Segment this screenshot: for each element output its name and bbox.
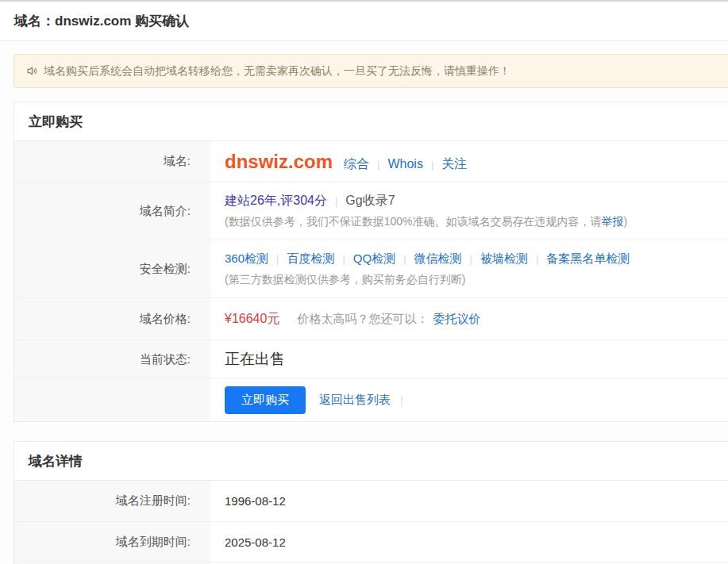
actions-row: 立即购买 返回出售列表 | — [14, 379, 728, 421]
registration-date-cell: 1996-08-12 — [210, 481, 728, 521]
intro-value-cell: 建站26年,评304分 | Gg收录7 (数据仅供参考，我们不保证数据100%准… — [210, 182, 728, 240]
buy-now-button[interactable]: 立即购买 — [225, 386, 306, 414]
report-link[interactable]: 举报 — [601, 215, 623, 229]
divider: | — [342, 253, 345, 265]
registration-date-value: 1996-08-12 — [225, 494, 728, 508]
divider: | — [431, 159, 433, 171]
security-link-5[interactable]: 备案黑名单检测 — [546, 251, 630, 267]
status-row: 当前状态: 正在出售 — [14, 340, 728, 379]
detail-panel-title: 域名详情 — [14, 442, 728, 481]
price-hint: 价格太高吗？您还可以： — [297, 312, 428, 327]
security-link-0[interactable]: 360检测 — [225, 251, 268, 267]
domain-row: 域名: dnswiz.com 综合|Whois|关注 — [14, 141, 728, 182]
security-link-2[interactable]: QQ检测 — [353, 251, 395, 267]
price-value: ¥16640元 — [225, 311, 279, 328]
divider: | — [403, 253, 406, 265]
security-note: (第三方数据检测仅供参考，购买前务必自行判断) — [225, 273, 465, 287]
divider: | — [276, 253, 279, 265]
security-label: 安全检测: — [14, 240, 210, 297]
price-label: 域名价格: — [14, 298, 210, 340]
domain-name: dnswiz.com — [225, 151, 333, 173]
security-links: 360检测|百度检测|QQ检测|微信检测|被墙检测|备案黑名单检测 — [225, 251, 728, 267]
security-link-4[interactable]: 被墙检测 — [480, 251, 528, 267]
page-title: 域名：dnswiz.com 购买确认 — [14, 12, 189, 30]
expiry-date-label: 域名到期时间: — [14, 522, 210, 562]
divider: | — [335, 195, 337, 207]
detail-panel: 域名详情 域名注册时间: 1996-08-12 域名到期时间: 2025-08-… — [13, 441, 728, 564]
domain-value-cell: dnswiz.com 综合|Whois|关注 — [210, 141, 728, 182]
status-value-cell: 正在出售 — [210, 340, 728, 378]
page-header: 域名：dnswiz.com 购买确认 — [0, 2, 728, 41]
domain-links: 综合|Whois|关注 — [344, 156, 467, 173]
gg-index-text: Gg收录7 — [345, 193, 395, 209]
status-label: 当前状态: — [14, 340, 210, 378]
domain-label: 域名: — [14, 141, 210, 182]
site-age-link[interactable]: 建站26年,评304分 — [225, 193, 327, 209]
negotiate-link[interactable]: 委托议价 — [433, 312, 480, 327]
alert-text: 域名购买后系统会自动把域名转移给您，无需卖家再次确认，一旦买了无法反悔，请慎重操… — [44, 64, 510, 79]
price-value-cell: ¥16640元 价格太高吗？您还可以： 委托议价 — [210, 298, 728, 340]
warning-alert: 域名购买后系统会自动把域名转移给您，无需卖家再次确认，一旦买了无法反悔，请慎重操… — [13, 54, 728, 88]
divider: | — [536, 253, 538, 265]
status-value: 正在出售 — [225, 349, 728, 370]
back-to-list-link[interactable]: 返回出售列表 — [319, 393, 391, 408]
security-link-1[interactable]: 百度检测 — [287, 251, 334, 267]
registration-date-row: 域名注册时间: 1996-08-12 — [14, 481, 728, 522]
price-row: 域名价格: ¥16640元 价格太高吗？您还可以： 委托议价 — [14, 298, 728, 340]
security-link-3[interactable]: 微信检测 — [414, 251, 462, 267]
buy-panel-title: 立即购买 — [14, 102, 728, 141]
actions-cell: 立即购买 返回出售列表 | — [210, 379, 728, 421]
expiry-date-value: 2025-08-12 — [225, 535, 728, 549]
intro-row: 域名简介: 建站26年,评304分 | Gg收录7 (数据仅供参考，我们不保证数… — [14, 182, 728, 240]
intro-label: 域名简介: — [14, 182, 210, 240]
security-row: 安全检测: 360检测|百度检测|QQ检测|微信检测|被墙检测|备案黑名单检测 … — [14, 240, 728, 298]
domain-link-2[interactable]: 关注 — [441, 156, 467, 173]
actions-label-spacer — [14, 379, 210, 421]
expiry-date-row: 域名到期时间: 2025-08-12 — [14, 522, 728, 563]
divider: | — [400, 394, 403, 407]
expiry-date-cell: 2025-08-12 — [210, 522, 728, 562]
speaker-icon — [26, 65, 38, 77]
buy-panel: 立即购买 域名: dnswiz.com 综合|Whois|关注 域名简介: 建站… — [13, 102, 728, 422]
registration-date-label: 域名注册时间: — [14, 481, 210, 521]
divider: | — [377, 159, 379, 171]
domain-link-0[interactable]: 综合 — [344, 156, 369, 173]
intro-note-suffix: ) — [623, 215, 627, 228]
security-value-cell: 360检测|百度检测|QQ检测|微信检测|被墙检测|备案黑名单检测 (第三方数据… — [210, 240, 728, 297]
domain-link-1[interactable]: Whois — [387, 157, 422, 171]
intro-note-prefix: (数据仅供参考，我们不保证数据100%准确。如该域名交易存在违规内容，请 — [225, 215, 601, 229]
divider: | — [470, 253, 472, 265]
